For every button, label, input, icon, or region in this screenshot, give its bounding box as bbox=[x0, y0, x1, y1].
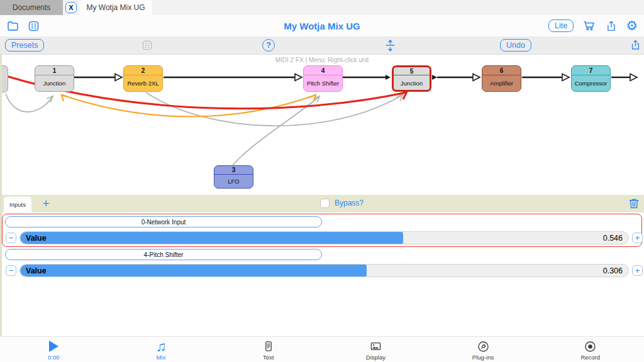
bottom-navigation: 0:00 ♫ Mix Text Display bbox=[0, 336, 644, 362]
record-icon bbox=[584, 340, 597, 353]
tab-documents[interactable]: Documents bbox=[0, 0, 63, 15]
unit-node-1-junction[interactable]: 1 Junction bbox=[35, 65, 74, 92]
decrement-button[interactable]: − bbox=[6, 265, 16, 276]
gear-icon[interactable]: ⚙ bbox=[626, 19, 638, 32]
resize-panels-icon[interactable] bbox=[383, 38, 397, 53]
record-button[interactable]: Record bbox=[536, 337, 644, 362]
trash-icon[interactable] bbox=[627, 197, 641, 211]
tab-plugins[interactable]: Plug-ins bbox=[430, 337, 537, 362]
decrement-button[interactable]: − bbox=[6, 233, 16, 243]
play-icon bbox=[49, 340, 58, 353]
bypass-checkbox[interactable] bbox=[320, 199, 330, 208]
share-icon[interactable] bbox=[605, 19, 618, 33]
value-slider-row: − Value 0.306 + bbox=[6, 264, 643, 277]
document-tab-bar: Documents X My Wotja Mix UG bbox=[0, 0, 644, 15]
help-button[interactable]: ? bbox=[262, 39, 275, 52]
param-label: Value bbox=[26, 265, 47, 277]
undo-button[interactable]: Undo bbox=[500, 39, 531, 52]
inputs-panel: Inputs + Bypass? 0-Network Input − Value… bbox=[0, 195, 644, 336]
unit-node-7-compressor[interactable]: 7 Compressor bbox=[571, 65, 611, 92]
tab-active-document[interactable]: My Wotja Mix UG bbox=[79, 0, 152, 15]
mix-toolbar: Presets ? Undo bbox=[0, 36, 644, 55]
unit-graph-canvas[interactable]: MIDI 2 FX | Menu: Right-click unit bbox=[0, 55, 644, 195]
display-image-icon bbox=[369, 340, 382, 353]
param-label: Value bbox=[26, 232, 47, 244]
value-slider-row: − Value 0.546 + bbox=[6, 231, 643, 244]
text-document-icon bbox=[262, 340, 275, 353]
increment-button[interactable]: + bbox=[632, 265, 643, 276]
header-toolbar: My Wotja Mix UG Lite ⚙ bbox=[0, 15, 644, 36]
unit-node-2-reverb[interactable]: 2 Reverb 2XL bbox=[123, 65, 163, 92]
music-note-icon: ♫ bbox=[156, 340, 167, 353]
value-slider[interactable]: Value 0.306 bbox=[19, 264, 629, 277]
export-icon[interactable] bbox=[630, 38, 641, 52]
app-window: Documents X My Wotja Mix UG My Wotja Mix… bbox=[0, 0, 644, 362]
unit-node-5-junction-selected[interactable]: 5 Junction bbox=[392, 65, 431, 92]
value-slider[interactable]: Value 0.546 bbox=[19, 231, 629, 244]
tab-text[interactable]: Text bbox=[214, 337, 322, 362]
slider-fill bbox=[20, 265, 367, 277]
close-tab-button[interactable]: X bbox=[65, 2, 77, 13]
param-value: 0.546 bbox=[603, 232, 623, 244]
plug-icon bbox=[477, 340, 490, 353]
dice-disabled-icon[interactable] bbox=[141, 39, 153, 52]
tab-display[interactable]: Display bbox=[322, 337, 430, 362]
tab-inputs[interactable]: Inputs bbox=[4, 197, 31, 212]
offscreen-unit-stub bbox=[2, 65, 8, 92]
page-title: My Wotja Mix UG bbox=[0, 15, 644, 36]
increment-button[interactable]: + bbox=[632, 233, 643, 243]
unit-node-3-lfo[interactable]: 3 LFO bbox=[214, 165, 253, 189]
lite-button[interactable]: Lite bbox=[548, 19, 574, 32]
unit-node-4-pitch-shifter[interactable]: 4 Pitch Shifter bbox=[303, 65, 343, 92]
param-value: 0.306 bbox=[603, 265, 623, 277]
unit-node-6-amplifier[interactable]: 6 Amplifier bbox=[482, 65, 521, 92]
window-edge-strip bbox=[0, 55, 2, 336]
add-input-button[interactable]: + bbox=[38, 195, 54, 212]
slider-fill bbox=[20, 232, 403, 244]
presets-button[interactable]: Presets bbox=[5, 39, 44, 52]
cart-icon[interactable] bbox=[582, 19, 597, 33]
tab-mix[interactable]: ♫ Mix bbox=[108, 337, 215, 362]
bypass-label: Bypass? bbox=[335, 199, 364, 207]
input-source-button[interactable]: 0-Network Input bbox=[5, 216, 322, 228]
play-button[interactable]: 0:00 bbox=[0, 337, 108, 362]
input-source-button[interactable]: 4-Pitch Shifter bbox=[5, 249, 322, 260]
